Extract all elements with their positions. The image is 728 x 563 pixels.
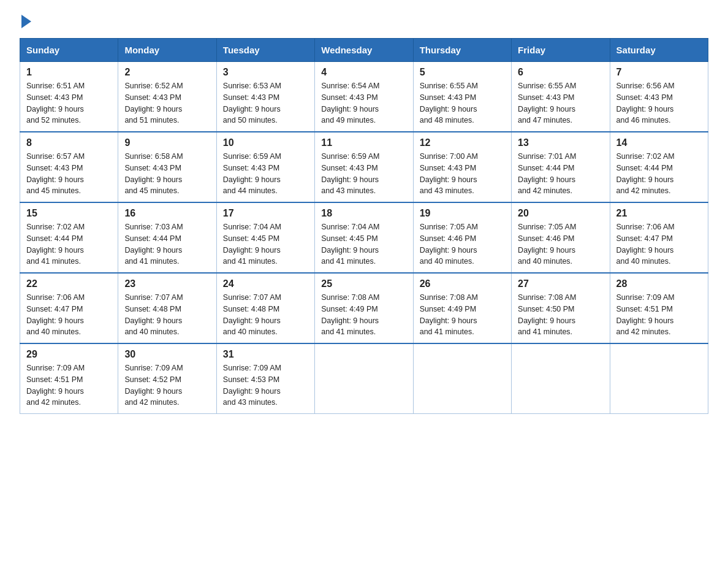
day-number: 4 (321, 67, 406, 78)
calendar-day-cell: 8 Sunrise: 6:57 AM Sunset: 4:43 PM Dayli… (20, 132, 118, 202)
day-number: 26 (420, 278, 505, 289)
calendar-day-cell: 12 Sunrise: 7:00 AM Sunset: 4:43 PM Dayl… (413, 132, 511, 202)
day-number: 11 (321, 137, 406, 148)
day-detail: Sunrise: 7:02 AM Sunset: 4:44 PM Dayligh… (616, 151, 702, 197)
day-number: 1 (26, 67, 112, 78)
day-detail: Sunrise: 7:02 AM Sunset: 4:44 PM Dayligh… (26, 221, 112, 267)
calendar-day-cell: 22 Sunrise: 7:06 AM Sunset: 4:47 PM Dayl… (20, 273, 118, 343)
calendar-day-cell (413, 343, 511, 414)
day-number: 18 (321, 208, 406, 219)
weekday-header-saturday: Saturday (610, 39, 708, 62)
calendar-day-cell: 20 Sunrise: 7:05 AM Sunset: 4:46 PM Dayl… (512, 202, 610, 273)
day-number: 6 (518, 67, 603, 78)
day-detail: Sunrise: 7:09 AM Sunset: 4:51 PM Dayligh… (26, 362, 112, 408)
day-number: 28 (616, 278, 702, 289)
day-detail: Sunrise: 6:52 AM Sunset: 4:43 PM Dayligh… (124, 80, 210, 126)
calendar-day-cell: 23 Sunrise: 7:07 AM Sunset: 4:48 PM Dayl… (118, 273, 216, 343)
calendar-day-cell: 7 Sunrise: 6:56 AM Sunset: 4:43 PM Dayli… (610, 62, 708, 132)
calendar-day-cell: 9 Sunrise: 6:58 AM Sunset: 4:43 PM Dayli… (118, 132, 216, 202)
calendar-week-row: 1 Sunrise: 6:51 AM Sunset: 4:43 PM Dayli… (20, 62, 708, 132)
day-number: 19 (420, 208, 505, 219)
calendar-day-cell: 6 Sunrise: 6:55 AM Sunset: 4:43 PM Dayli… (512, 62, 610, 132)
day-detail: Sunrise: 7:04 AM Sunset: 4:45 PM Dayligh… (223, 221, 308, 267)
calendar-day-cell: 3 Sunrise: 6:53 AM Sunset: 4:43 PM Dayli… (216, 62, 314, 132)
calendar-day-cell: 19 Sunrise: 7:05 AM Sunset: 4:46 PM Dayl… (413, 202, 511, 273)
calendar-day-cell: 31 Sunrise: 7:09 AM Sunset: 4:53 PM Dayl… (216, 343, 314, 414)
day-detail: Sunrise: 7:09 AM Sunset: 4:53 PM Dayligh… (223, 362, 308, 408)
day-number: 30 (124, 349, 210, 360)
calendar-week-row: 22 Sunrise: 7:06 AM Sunset: 4:47 PM Dayl… (20, 273, 708, 343)
calendar-week-row: 8 Sunrise: 6:57 AM Sunset: 4:43 PM Dayli… (20, 132, 708, 202)
day-detail: Sunrise: 7:00 AM Sunset: 4:43 PM Dayligh… (420, 151, 505, 197)
day-detail: Sunrise: 7:07 AM Sunset: 4:48 PM Dayligh… (124, 292, 210, 338)
day-number: 24 (223, 278, 308, 289)
day-number: 22 (26, 278, 112, 289)
weekday-header-monday: Monday (118, 39, 216, 62)
day-number: 2 (124, 67, 210, 78)
day-number: 12 (420, 137, 505, 148)
calendar-day-cell (610, 343, 708, 414)
day-detail: Sunrise: 7:06 AM Sunset: 4:47 PM Dayligh… (616, 221, 702, 267)
day-number: 15 (26, 208, 112, 219)
day-detail: Sunrise: 7:05 AM Sunset: 4:46 PM Dayligh… (420, 221, 505, 267)
calendar-day-cell: 30 Sunrise: 7:09 AM Sunset: 4:52 PM Dayl… (118, 343, 216, 414)
day-number: 31 (223, 349, 308, 360)
day-number: 16 (124, 208, 210, 219)
day-detail: Sunrise: 7:09 AM Sunset: 4:52 PM Dayligh… (124, 362, 210, 408)
day-number: 23 (124, 278, 210, 289)
calendar-day-cell: 15 Sunrise: 7:02 AM Sunset: 4:44 PM Dayl… (20, 202, 118, 273)
day-detail: Sunrise: 7:06 AM Sunset: 4:47 PM Dayligh… (26, 292, 112, 338)
day-number: 21 (616, 208, 702, 219)
calendar-day-cell: 29 Sunrise: 7:09 AM Sunset: 4:51 PM Dayl… (20, 343, 118, 414)
day-detail: Sunrise: 7:07 AM Sunset: 4:48 PM Dayligh… (223, 292, 308, 338)
day-detail: Sunrise: 6:59 AM Sunset: 4:43 PM Dayligh… (223, 151, 308, 197)
day-detail: Sunrise: 7:08 AM Sunset: 4:49 PM Dayligh… (321, 292, 406, 338)
weekday-header-row: SundayMondayTuesdayWednesdayThursdayFrid… (20, 39, 708, 62)
calendar-day-cell: 5 Sunrise: 6:55 AM Sunset: 4:43 PM Dayli… (413, 62, 511, 132)
calendar-day-cell: 27 Sunrise: 7:08 AM Sunset: 4:50 PM Dayl… (512, 273, 610, 343)
day-detail: Sunrise: 7:08 AM Sunset: 4:50 PM Dayligh… (518, 292, 603, 338)
day-detail: Sunrise: 7:03 AM Sunset: 4:44 PM Dayligh… (124, 221, 210, 267)
day-detail: Sunrise: 7:08 AM Sunset: 4:49 PM Dayligh… (420, 292, 505, 338)
calendar-day-cell: 11 Sunrise: 6:59 AM Sunset: 4:43 PM Dayl… (315, 132, 413, 202)
calendar-day-cell (512, 343, 610, 414)
day-detail: Sunrise: 6:56 AM Sunset: 4:43 PM Dayligh… (616, 80, 702, 126)
day-number: 17 (223, 208, 308, 219)
calendar-day-cell (315, 343, 413, 414)
day-number: 3 (223, 67, 308, 78)
calendar-day-cell: 4 Sunrise: 6:54 AM Sunset: 4:43 PM Dayli… (315, 62, 413, 132)
calendar-day-cell: 2 Sunrise: 6:52 AM Sunset: 4:43 PM Dayli… (118, 62, 216, 132)
day-detail: Sunrise: 6:57 AM Sunset: 4:43 PM Dayligh… (26, 151, 112, 197)
calendar-day-cell: 28 Sunrise: 7:09 AM Sunset: 4:51 PM Dayl… (610, 273, 708, 343)
calendar-day-cell: 24 Sunrise: 7:07 AM Sunset: 4:48 PM Dayl… (216, 273, 314, 343)
day-number: 20 (518, 208, 603, 219)
day-number: 25 (321, 278, 406, 289)
page-header (20, 15, 708, 28)
weekday-header-thursday: Thursday (413, 39, 511, 62)
day-detail: Sunrise: 7:01 AM Sunset: 4:44 PM Dayligh… (518, 151, 603, 197)
day-detail: Sunrise: 6:55 AM Sunset: 4:43 PM Dayligh… (518, 80, 603, 126)
calendar-day-cell: 26 Sunrise: 7:08 AM Sunset: 4:49 PM Dayl… (413, 273, 511, 343)
calendar-week-row: 15 Sunrise: 7:02 AM Sunset: 4:44 PM Dayl… (20, 202, 708, 273)
day-detail: Sunrise: 6:53 AM Sunset: 4:43 PM Dayligh… (223, 80, 308, 126)
calendar-day-cell: 21 Sunrise: 7:06 AM Sunset: 4:47 PM Dayl… (610, 202, 708, 273)
calendar-week-row: 29 Sunrise: 7:09 AM Sunset: 4:51 PM Dayl… (20, 343, 708, 414)
calendar-day-cell: 14 Sunrise: 7:02 AM Sunset: 4:44 PM Dayl… (610, 132, 708, 202)
calendar-day-cell: 18 Sunrise: 7:04 AM Sunset: 4:45 PM Dayl… (315, 202, 413, 273)
weekday-header-tuesday: Tuesday (216, 39, 314, 62)
day-detail: Sunrise: 6:54 AM Sunset: 4:43 PM Dayligh… (321, 80, 406, 126)
calendar-table: SundayMondayTuesdayWednesdayThursdayFrid… (20, 38, 708, 414)
day-number: 9 (124, 137, 210, 148)
day-detail: Sunrise: 6:58 AM Sunset: 4:43 PM Dayligh… (124, 151, 210, 197)
day-detail: Sunrise: 7:09 AM Sunset: 4:51 PM Dayligh… (616, 292, 702, 338)
weekday-header-friday: Friday (512, 39, 610, 62)
day-detail: Sunrise: 6:55 AM Sunset: 4:43 PM Dayligh… (420, 80, 505, 126)
weekday-header-sunday: Sunday (20, 39, 118, 62)
day-number: 13 (518, 137, 603, 148)
calendar-day-cell: 17 Sunrise: 7:04 AM Sunset: 4:45 PM Dayl… (216, 202, 314, 273)
day-detail: Sunrise: 6:51 AM Sunset: 4:43 PM Dayligh… (26, 80, 112, 126)
day-detail: Sunrise: 7:04 AM Sunset: 4:45 PM Dayligh… (321, 221, 406, 267)
day-number: 10 (223, 137, 308, 148)
day-detail: Sunrise: 6:59 AM Sunset: 4:43 PM Dayligh… (321, 151, 406, 197)
day-number: 5 (420, 67, 505, 78)
